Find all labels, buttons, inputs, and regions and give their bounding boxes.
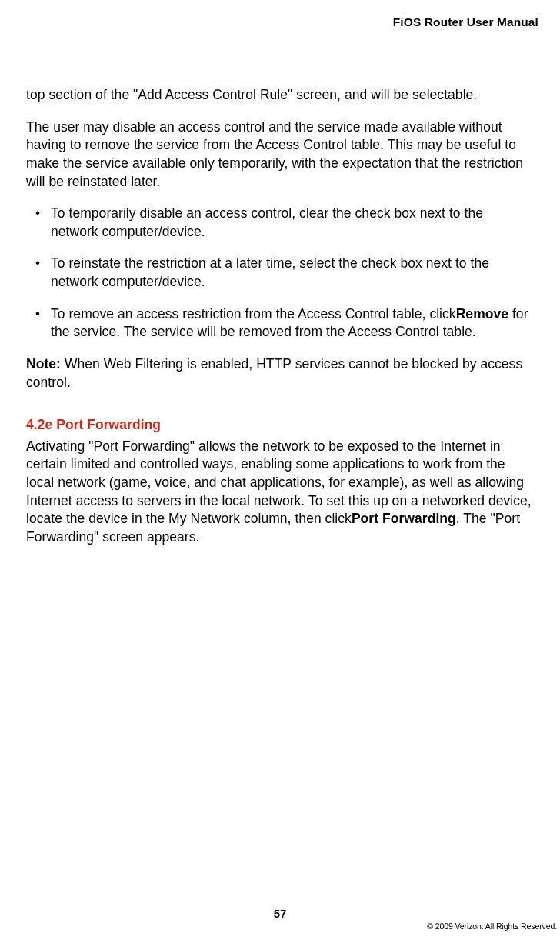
bullet-text: To reinstate the restriction at a later …	[51, 255, 489, 289]
bullet-bold: Remove	[456, 306, 508, 322]
paragraph-continuation: top section of the "Add Access Control R…	[26, 86, 534, 105]
bullet-text: To temporarily disable an access control…	[51, 205, 483, 239]
note-paragraph: Note: When Web Filtering is enabled, HTT…	[26, 355, 534, 392]
section-paragraph: Activating "Port Forwarding" allows the …	[26, 438, 534, 547]
section-heading-port-forwarding: 4.2e Port Forwarding	[26, 416, 534, 435]
bullet-list: To temporarily disable an access control…	[26, 205, 534, 342]
bullet-item-1: To temporarily disable an access control…	[26, 205, 534, 241]
note-label: Note:	[26, 356, 61, 372]
note-text: When Web Filtering is enabled, HTTP serv…	[26, 356, 522, 390]
header-title: FiOS Router User Manual	[393, 15, 538, 29]
copyright: © 2009 Verizon. All Rights Reserved.	[427, 921, 557, 931]
bullet-item-2: To reinstate the restriction at a later …	[26, 255, 534, 291]
bullet-item-3: To remove an access restriction from the…	[26, 305, 534, 342]
page: FiOS Router User Manual top section of t…	[0, 0, 560, 943]
page-number: 57	[0, 907, 560, 920]
bullet-text-pre: To remove an access restriction from the…	[51, 306, 456, 322]
section-bold: Port Forwarding	[352, 511, 456, 526]
paragraph-disable-intro: The user may disable an access control a…	[26, 118, 534, 192]
body-content: top section of the "Add Access Control R…	[26, 86, 534, 561]
